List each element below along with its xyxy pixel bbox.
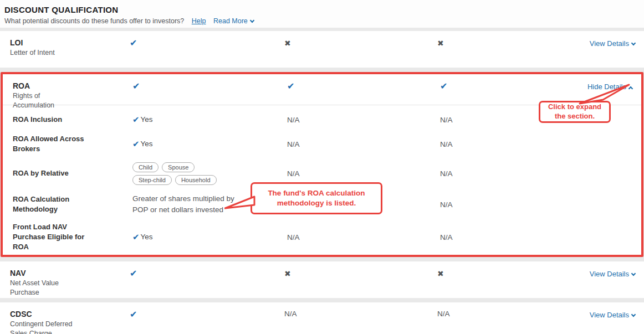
detail-value-na: N/A <box>277 310 432 334</box>
check-icon: ✔ <box>287 81 294 91</box>
chevron-down-icon <box>250 18 254 23</box>
detail-label: ROA Allowed Across Brokers <box>3 134 89 154</box>
detail-value: Yes <box>141 115 153 124</box>
annotation-callout-methodology: The fund's ROA calculation methodology i… <box>251 182 382 214</box>
detail-value-na: N/A <box>280 116 435 124</box>
page-header: DISCOUNT QUALIFICATION What potential di… <box>0 0 644 28</box>
pill-household: Household <box>175 175 217 185</box>
view-details-link-cdsc[interactable]: View Details <box>590 311 635 319</box>
check-icon: ✔ <box>130 310 137 319</box>
detail-row-front-load-nav-purchase: Front Load NAV Purchase Eligible for ROA… <box>3 219 641 255</box>
check-icon: ✔ <box>132 81 140 91</box>
relative-pills: Child Spouse Step-child Household <box>132 162 231 185</box>
detail-value-na: N/A <box>435 169 568 178</box>
detail-value: Yes <box>141 233 153 241</box>
detail-value-na: N/A <box>280 140 435 148</box>
detail-value-na: N/A <box>280 169 435 178</box>
section-abbr-nav: NAV <box>10 269 122 278</box>
x-icon: ✖ <box>284 39 291 48</box>
detail-value-na: N/A <box>435 233 568 241</box>
x-icon: ✖ <box>284 269 291 278</box>
pill-step-child: Step-child <box>132 175 172 185</box>
section-abbr-roa: ROA <box>13 81 125 90</box>
check-icon: ✔ <box>440 81 447 91</box>
roa-expanded-section-highlight: ROA Rights of Accumulation ✔ ✔ ✔ Hide De… <box>1 72 643 257</box>
detail-value-na: N/A <box>432 310 565 334</box>
detail-value-na: N/A <box>435 201 568 209</box>
detail-label: Front Load NAV Purchase Eligible for ROA <box>3 222 89 253</box>
section-row-loi: LOI Letter of Intent ✔ ✖ ✖ View Details <box>0 31 644 68</box>
detail-value: Yes <box>141 140 153 148</box>
help-link[interactable]: Help <box>192 17 206 25</box>
section-abbr-loi: LOI <box>10 38 122 47</box>
section-name-loi: Letter of Intent <box>10 48 79 58</box>
section-name-nav: Net Asset Value Purchase <box>10 279 79 297</box>
detail-row-roa-allowed-across-brokers: ROA Allowed Across Brokers ✔Yes N/A N/A <box>3 131 641 157</box>
pill-child: Child <box>132 162 159 172</box>
chevron-down-icon <box>631 271 636 276</box>
detail-label: ROA by Relative <box>3 168 89 178</box>
check-icon: ✔ <box>130 269 137 278</box>
detail-value-na: N/A <box>280 233 435 241</box>
detail-label: ROA Inclusion <box>3 115 89 125</box>
view-details-link-nav[interactable]: View Details <box>590 270 635 278</box>
x-icon: ✖ <box>437 269 444 278</box>
chevron-down-icon <box>631 41 636 45</box>
section-name-roa: Rights of Accumulation <box>13 91 82 110</box>
detail-value-na: N/A <box>435 140 568 148</box>
pill-spouse: Spouse <box>162 162 195 172</box>
check-icon: ✔ <box>132 140 140 148</box>
discount-qualification-page: DISCOUNT QUALIFICATION What potential di… <box>0 0 644 334</box>
section-row-cdsc: CDSC Contingent Deferred Sales Charge ✔ … <box>0 302 644 334</box>
view-details-link-loi[interactable]: View Details <box>590 39 635 48</box>
callout-arrow-icon <box>570 83 632 106</box>
page-title: DISCOUNT QUALIFICATION <box>4 5 644 14</box>
chevron-down-icon <box>631 312 636 317</box>
read-more-link[interactable]: Read More <box>213 17 254 25</box>
check-icon: ✔ <box>132 233 140 241</box>
check-icon: ✔ <box>130 38 137 48</box>
callout-arrow-icon <box>224 195 255 210</box>
page-subtitle: What potential discounts do these funds … <box>4 17 184 25</box>
section-name-cdsc: Contingent Deferred Sales Charge <box>10 320 79 334</box>
x-icon: ✖ <box>437 39 444 48</box>
section-abbr-cdsc: CDSC <box>10 310 122 318</box>
section-row-nav: NAV Net Asset Value Purchase ✔ ✖ ✖ View … <box>0 261 644 298</box>
check-icon: ✔ <box>132 115 140 124</box>
detail-label: ROA Calculation Methodology <box>3 194 89 214</box>
